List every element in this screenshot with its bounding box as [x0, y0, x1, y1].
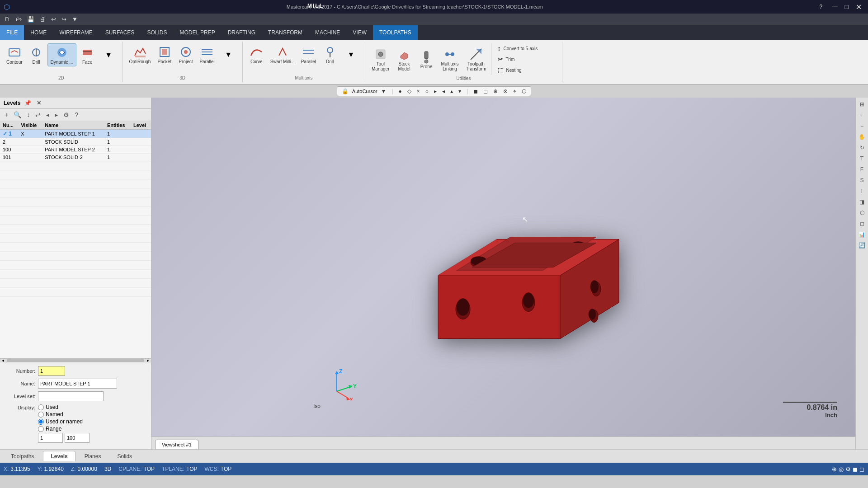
menu-wireframe[interactable]: WIREFRAME: [53, 25, 99, 40]
parallel-btn-3d[interactable]: Parallel: [197, 43, 217, 66]
range-to-input[interactable]: [65, 433, 90, 443]
shading-btn[interactable]: ◨: [857, 197, 867, 207]
face-btn[interactable]: Face: [77, 44, 98, 66]
qa-more-btn[interactable]: ▼: [70, 15, 80, 23]
tool-manager-btn[interactable]: ToolManager: [369, 46, 392, 73]
tab-planes[interactable]: Planes: [77, 451, 108, 461]
menu-surfaces[interactable]: SURFACES: [99, 25, 141, 40]
ac-snap-3[interactable]: ×: [415, 88, 422, 95]
levels-close-btn[interactable]: ✕: [35, 99, 42, 107]
menu-toolpaths[interactable]: TOOLPATHS: [373, 25, 418, 40]
range-radio[interactable]: [38, 426, 44, 432]
table-row[interactable]: 101 STOCK SOLID-2 1: [0, 154, 151, 161]
menu-solids[interactable]: SOLIDS: [141, 25, 173, 40]
col-visible[interactable]: Visible: [18, 121, 42, 130]
stock-model-btn[interactable]: StockModel: [394, 46, 415, 73]
ac-btn-6[interactable]: ⬡: [520, 88, 528, 95]
help-level-btn[interactable]: ?: [73, 110, 80, 119]
zoom-in-btn[interactable]: +: [857, 110, 867, 120]
settings-level-btn[interactable]: ⚙: [61, 110, 71, 119]
menu-model-prep[interactable]: MODEL PREP: [173, 25, 221, 40]
ribbon-more-2d[interactable]: ▼: [99, 47, 119, 64]
autocursor-dropdown-btn[interactable]: ▼: [379, 88, 388, 95]
redo-btn[interactable]: ↪: [60, 15, 68, 23]
dynamic-view-btn[interactable]: 🔄: [857, 240, 867, 250]
status-icon-4[interactable]: ◼: [853, 466, 858, 473]
transfer-level-btn[interactable]: ⇄: [33, 110, 42, 119]
menu-transform[interactable]: TRANSFORM: [262, 25, 309, 40]
probe-btn[interactable]: Probe: [416, 48, 437, 70]
viewsheet-tab-1[interactable]: Viewsheet #1: [155, 440, 198, 449]
contour-btn[interactable]: Contour: [4, 44, 25, 66]
view-top-btn[interactable]: T: [857, 154, 867, 164]
next-level-btn[interactable]: ▸: [53, 110, 60, 119]
maximize-btn[interactable]: □: [842, 3, 851, 10]
ac-btn-5[interactable]: ⌖: [511, 88, 518, 95]
number-input[interactable]: [38, 366, 65, 376]
pocket-btn[interactable]: Pocket: [154, 43, 175, 66]
ribbon-more-3d[interactable]: ▼: [218, 46, 239, 63]
tab-solids[interactable]: Solids: [110, 451, 139, 461]
ac-snap-7[interactable]: ▴: [448, 88, 455, 95]
search-level-btn[interactable]: 🔍: [12, 110, 23, 119]
toolpath-transform-btn[interactable]: ToolpathTransform: [463, 46, 489, 73]
pan-btn[interactable]: ✋: [857, 132, 867, 142]
trim-btn[interactable]: ✂ Trim: [495, 54, 558, 64]
name-input[interactable]: [38, 379, 117, 389]
ac-snap-2[interactable]: ◇: [406, 88, 413, 95]
range-radio-label[interactable]: Range: [38, 426, 90, 432]
project-btn[interactable]: Project: [175, 43, 196, 66]
ribbon-more-multiaxis[interactable]: ▼: [341, 46, 361, 63]
lock-icon[interactable]: 🔒: [340, 88, 350, 95]
named-radio[interactable]: [38, 412, 44, 418]
dynamic-btn[interactable]: Dynamic ...: [47, 43, 76, 66]
levelset-input[interactable]: [38, 391, 104, 401]
menu-drafting[interactable]: DRAFTING: [222, 25, 262, 40]
table-row[interactable]: 100 PART MODEL STEP 2 1: [0, 146, 151, 154]
view-front-btn[interactable]: F: [857, 164, 867, 174]
menu-home[interactable]: HOME: [24, 25, 53, 40]
new-btn[interactable]: 🗋: [3, 15, 12, 23]
view-iso-btn[interactable]: I: [857, 186, 867, 196]
used-radio[interactable]: [38, 404, 44, 410]
status-icon-1[interactable]: ⊕: [832, 466, 837, 473]
ac-snap-1[interactable]: ●: [397, 88, 404, 95]
zoom-fit-btn[interactable]: ⊞: [857, 99, 867, 109]
menu-file[interactable]: FILE: [0, 25, 24, 40]
levels-pin-btn[interactable]: 📌: [23, 99, 33, 107]
used-radio-label[interactable]: Used: [38, 404, 90, 410]
ac-snap-8[interactable]: ▾: [457, 88, 463, 95]
col-entities[interactable]: Entities: [104, 121, 131, 130]
col-number[interactable]: Nu...: [0, 121, 18, 130]
status-icon-3[interactable]: ⚙: [845, 466, 851, 473]
table-row[interactable]: ✓ 1 X PART MODEL STEP 1 1: [0, 130, 151, 138]
open-btn[interactable]: 🗁: [14, 15, 24, 23]
undo-btn[interactable]: ↩: [49, 15, 58, 23]
col-level[interactable]: Level: [131, 121, 151, 130]
tab-toolpaths[interactable]: Toolpaths: [4, 451, 41, 461]
wireframe-btn[interactable]: ⬡: [857, 208, 867, 218]
drill-multiaxis-btn[interactable]: Drill: [320, 43, 340, 66]
nesting-btn[interactable]: ⬚ Nesting: [495, 65, 558, 75]
table-row[interactable]: 2 STOCK SOLID 1: [0, 138, 151, 146]
tab-levels[interactable]: Levels: [43, 451, 75, 461]
save-btn[interactable]: 💾: [25, 15, 36, 23]
optirough-btn[interactable]: OptiRough: [127, 43, 154, 66]
rotate-btn[interactable]: ↻: [857, 143, 867, 153]
ac-btn-3[interactable]: ⊕: [491, 88, 500, 95]
status-icon-5[interactable]: ◻: [859, 466, 864, 473]
viewport[interactable]: Z Y X Iso 0.8764 in Inch: [151, 98, 855, 436]
used-or-named-radio[interactable]: [38, 419, 44, 425]
used-or-named-radio-label[interactable]: Used or named: [38, 418, 90, 425]
prev-level-btn[interactable]: ◂: [44, 110, 51, 119]
ac-snap-6[interactable]: ◂: [440, 88, 447, 95]
add-level-btn[interactable]: +: [3, 110, 10, 119]
hidden-btn[interactable]: ◻: [857, 219, 867, 229]
curve-btn[interactable]: Curve: [246, 43, 267, 66]
sort-level-btn[interactable]: ↕: [25, 110, 32, 119]
ac-snap-5[interactable]: ▸: [432, 88, 439, 95]
horizontal-scrollbar[interactable]: ◂ ▸: [0, 358, 151, 362]
menu-view[interactable]: VIEW: [346, 25, 373, 40]
col-name[interactable]: Name: [42, 121, 104, 130]
close-btn[interactable]: ✕: [853, 3, 864, 11]
